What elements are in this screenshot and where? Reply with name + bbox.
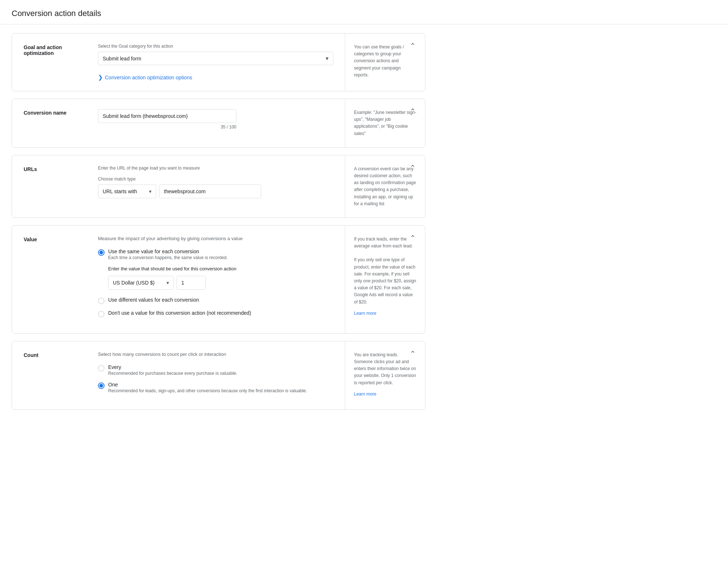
count-option-every-label: Every bbox=[108, 364, 237, 370]
conversion-opt-chevron: ❯ bbox=[98, 74, 103, 81]
value-description: Measure the impact of your advertising b… bbox=[98, 236, 333, 241]
goal-collapse-icon: ⌃ bbox=[410, 41, 416, 50]
count-section-label: Count bbox=[24, 351, 89, 399]
count-option-every-sublabel: Recommended for purchases because every … bbox=[108, 371, 237, 376]
count-helper-text: You are tracking leads. Someone clicks y… bbox=[354, 351, 416, 386]
goal-dropdown-value: Submit lead form bbox=[103, 56, 141, 61]
urls-section-label: URLs bbox=[24, 166, 89, 207]
goal-section-label: Goal and action optimization bbox=[24, 44, 89, 81]
value-learn-more-link[interactable]: Learn more bbox=[354, 310, 416, 317]
goal-section: Goal and action optimization Select the … bbox=[12, 33, 425, 91]
count-option-one[interactable]: One Recommended for leads, sign-ups, and… bbox=[98, 382, 333, 393]
value-enter-label: Enter the value that should be used for … bbox=[108, 266, 333, 271]
value-option2-radio[interactable] bbox=[98, 298, 105, 304]
currency-dropdown[interactable]: US Dollar (USD $) ▾ bbox=[108, 276, 174, 290]
match-type-value: URL starts with bbox=[103, 188, 137, 194]
conversion-opt-link[interactable]: ❯ Conversion action optimization options bbox=[98, 74, 333, 81]
value-number-input[interactable] bbox=[177, 276, 206, 290]
conversion-name-label: Conversion name bbox=[24, 109, 89, 137]
value-option1[interactable]: Use the same value for each conversion E… bbox=[98, 249, 333, 260]
value-collapse-icon: ⌃ bbox=[410, 234, 416, 242]
goal-field-label: Select the Goal category for this action bbox=[98, 44, 333, 49]
conversion-opt-label: Conversion action optimization options bbox=[105, 75, 192, 80]
value-collapse-button[interactable]: ⌃ bbox=[408, 233, 418, 243]
count-option-one-label: One bbox=[108, 382, 307, 388]
value-section-label: Value bbox=[24, 236, 89, 323]
value-helper-text2: If you only sell one type of product, en… bbox=[354, 257, 416, 305]
value-option2-label: Use different values for each conversion bbox=[108, 297, 199, 303]
count-option-one-radio[interactable] bbox=[98, 382, 105, 389]
page-title: Conversion action details bbox=[0, 0, 728, 24]
goal-collapse-button[interactable]: ⌃ bbox=[408, 41, 418, 51]
conversion-name-collapse-icon: ⌃ bbox=[410, 107, 416, 116]
goal-dropdown[interactable]: Submit lead form ▾ bbox=[98, 52, 333, 65]
currency-value: US Dollar (USD $) bbox=[113, 280, 154, 286]
count-collapse-icon: ⌃ bbox=[410, 349, 416, 358]
count-collapse-button[interactable]: ⌃ bbox=[408, 349, 418, 359]
count-description: Select how many conversions to count per… bbox=[98, 351, 333, 357]
value-option3-label: Don't use a value for this conversion ac… bbox=[108, 310, 251, 316]
count-option-every[interactable]: Every Recommended for purchases because … bbox=[98, 364, 333, 376]
count-learn-more-link[interactable]: Learn more bbox=[354, 391, 416, 398]
value-helper-text1: If you track leads, enter the average va… bbox=[354, 236, 416, 250]
value-option3[interactable]: Don't use a value for this conversion ac… bbox=[98, 310, 333, 317]
count-section: Count Select how many conversions to cou… bbox=[12, 341, 425, 410]
goal-dropdown-chevron: ▾ bbox=[326, 55, 328, 62]
match-type-dropdown[interactable]: URL starts with ▾ bbox=[98, 184, 156, 198]
value-option1-radio[interactable] bbox=[98, 249, 105, 256]
count-option-one-sublabel: Recommended for leads, sign-ups, and oth… bbox=[108, 388, 307, 393]
value-option1-sublabel: Each time a conversion happens, the same… bbox=[108, 255, 228, 260]
match-type-chevron: ▾ bbox=[149, 188, 151, 194]
conversion-name-collapse-button[interactable]: ⌃ bbox=[408, 106, 418, 116]
urls-field-label: Enter the URL of the page load you want … bbox=[98, 166, 333, 171]
conversion-name-input[interactable] bbox=[98, 109, 236, 123]
match-type-label: Choose match type bbox=[98, 176, 333, 182]
value-option1-label: Use the same value for each conversion bbox=[108, 249, 228, 254]
value-option2[interactable]: Use different values for each conversion bbox=[98, 297, 333, 304]
count-option-every-radio[interactable] bbox=[98, 365, 105, 372]
conversion-name-section: Conversion name 35 / 100 Example: "June … bbox=[12, 99, 425, 148]
urls-section: URLs Enter the URL of the page load you … bbox=[12, 155, 425, 218]
url-input[interactable] bbox=[159, 184, 261, 198]
currency-chevron: ▾ bbox=[166, 280, 169, 286]
urls-collapse-button[interactable]: ⌃ bbox=[408, 163, 418, 173]
char-count: 35 / 100 bbox=[98, 124, 236, 130]
urls-collapse-icon: ⌃ bbox=[410, 163, 416, 172]
value-section: Value Measure the impact of your adverti… bbox=[12, 225, 425, 334]
value-option3-radio[interactable] bbox=[98, 311, 105, 317]
